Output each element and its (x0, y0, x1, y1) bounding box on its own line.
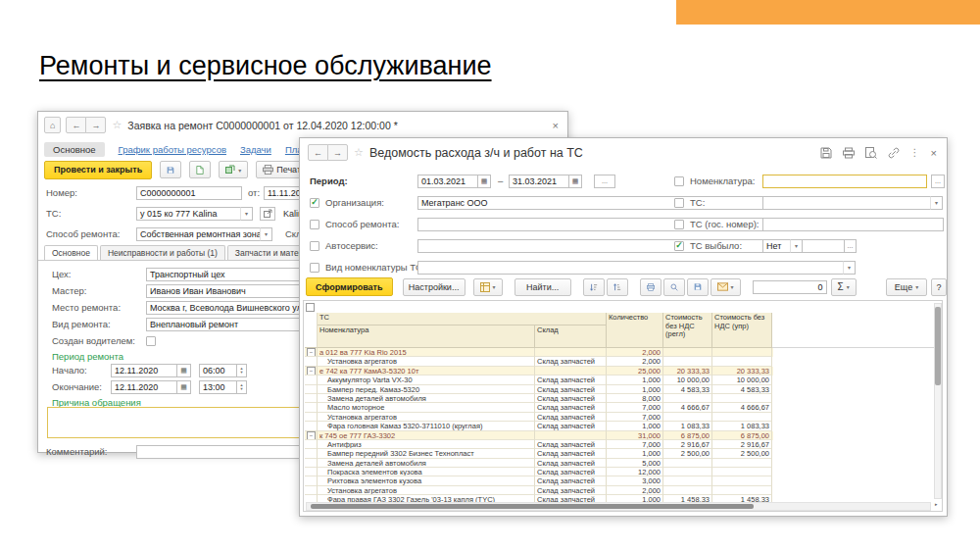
forward-icon[interactable]: → (327, 144, 348, 161)
table-row[interactable]: АнтифризСклад запчастей7,0002 916,672 91… (305, 440, 773, 449)
preview-button[interactable] (663, 278, 685, 296)
collapse-group-icon[interactable]: − (307, 367, 316, 376)
autosum-button[interactable]: Σ ▾ (831, 278, 857, 296)
vehicle-checkbox[interactable] (674, 198, 684, 208)
table-row[interactable]: Установка агрегатовСклад запчастей7,000 (305, 413, 773, 422)
send-email-button[interactable]: ▾ (710, 278, 741, 296)
nav-tab-1[interactable]: Основное (44, 142, 105, 157)
number-field[interactable]: C0000000001 (136, 186, 242, 200)
end-time-field[interactable]: 13:00 (199, 380, 238, 394)
collapse-group-icon[interactable]: − (307, 348, 316, 357)
table-row[interactable]: Масло моторноеСклад запчастей7,0004 666,… (305, 403, 773, 412)
table-row[interactable]: Покраска элементов кузоваСклад запчастей… (305, 468, 773, 476)
scroll-right-icon[interactable]: ▸ (935, 501, 938, 507)
autoservice-checkbox[interactable] (310, 241, 319, 251)
nomenclature-kind-checkbox[interactable] (310, 263, 319, 273)
vertical-scrollbar[interactable] (934, 303, 942, 499)
cost-upr-header-cell[interactable]: Стоимость без НДС (упр) (712, 313, 772, 348)
created-by-driver-checkbox[interactable] (146, 336, 156, 346)
time-spinner[interactable]: ▲▼ (236, 380, 247, 394)
nomenclature-checkbox[interactable] (674, 176, 684, 186)
table-row[interactable]: Установка агрегатовСклад запчастей2,000 (305, 357, 773, 366)
warehouse-header-cell[interactable]: Склад (535, 326, 607, 348)
table-row[interactable]: Замена деталей автомобиляСклад запчастей… (305, 459, 773, 468)
printer-icon[interactable] (843, 147, 855, 159)
table-row[interactable]: Бампер передний 3302 Бизнес ТехнопластСк… (305, 449, 773, 458)
table-row[interactable]: Бампер перед. Камаз-5320Склад запчастей1… (305, 385, 773, 394)
back-icon[interactable]: ← (66, 117, 86, 133)
repair-method-dropdown-icon[interactable]: ▾ (260, 227, 272, 241)
collapse-group-icon[interactable]: − (307, 431, 316, 440)
period-to-field[interactable]: 31.03.2021 (509, 175, 569, 188)
start-time-field[interactable]: 06:00 (199, 364, 238, 377)
close-icon[interactable]: × (931, 147, 937, 159)
repair-method-field[interactable]: Собственная ремонтная зона (136, 227, 262, 241)
post-and-close-button[interactable]: Провести и закрыть (44, 161, 152, 179)
vehicle-field[interactable]: у 015 ко 777 Kalina (136, 207, 242, 221)
period-variant-button[interactable]: ... (594, 175, 615, 188)
save-icon[interactable] (820, 147, 832, 159)
table-row[interactable]: Аккумулятор Varta VX-30Склад запчастей1,… (305, 376, 773, 384)
generate-button[interactable]: Сформировать (306, 277, 393, 296)
vehicle-plate-checkbox[interactable] (674, 220, 684, 229)
more-menu-icon[interactable]: ⋮ (910, 147, 920, 158)
nomenclature-ellipsis-button[interactable]: ... (931, 175, 945, 188)
calendar-icon[interactable]: ▦ (568, 175, 582, 188)
table-row[interactable]: Фара головная Камаз 5320-3711010 (кругла… (305, 422, 773, 430)
create-based-on-button[interactable]: ▾ (219, 161, 248, 178)
counter-field[interactable]: 0 (753, 280, 827, 294)
save-result-button[interactable] (687, 278, 709, 296)
sub-tab-1[interactable]: Основное (44, 245, 98, 261)
find-button[interactable]: Найти... (514, 278, 571, 296)
table-row[interactable]: Замена деталей автомобиляСклад запчастей… (305, 394, 773, 403)
sub-tab-2[interactable]: Неисправности и работы (1) (100, 245, 225, 261)
save-button[interactable] (160, 161, 181, 178)
organization-checkbox[interactable]: ✓ (310, 198, 319, 208)
get-link-icon[interactable] (888, 147, 900, 159)
nav-tab-2[interactable]: График работы ресурсов (119, 144, 226, 155)
nomenclature-kind-field[interactable] (417, 261, 845, 275)
end-date-field[interactable]: 12.11.2020 (111, 380, 177, 394)
vehicle-plate-field[interactable] (762, 218, 944, 231)
calendar-icon[interactable]: ▦ (176, 380, 191, 394)
table-group-row[interactable]: −к 745 ое 777 ГАЗ-330231,0006 875,006 87… (305, 431, 773, 440)
settings-button[interactable]: Настройки... (403, 278, 466, 296)
nomenclature-kind-dropdown-icon[interactable]: ▾ (843, 261, 856, 275)
nav-tab-3[interactable]: Задачи (240, 144, 271, 155)
home-icon[interactable]: ⌂ (44, 117, 61, 133)
table-row[interactable]: Рихтовка элементов кузоваСклад запчастей… (305, 476, 773, 485)
tc-header-cell[interactable]: ТС (318, 313, 607, 326)
horizontal-scrollbar-thumb[interactable] (311, 504, 754, 509)
table-row[interactable]: Установка агрегатовСклад запчастей2,000 (305, 486, 773, 495)
new-document-button[interactable] (189, 161, 211, 178)
start-date-field[interactable]: 12.11.2020 (111, 364, 177, 377)
vehicle-retired-checkbox[interactable]: ✓ (674, 241, 684, 251)
collapse-groups-button[interactable] (583, 278, 605, 296)
calendar-icon[interactable]: ▦ (176, 364, 191, 377)
close-icon[interactable]: × (544, 120, 567, 131)
horizontal-scrollbar[interactable] (306, 502, 931, 511)
favorite-star-icon[interactable]: ☆ (354, 146, 364, 159)
expand-groups-button[interactable] (607, 278, 628, 296)
repair-method-checkbox[interactable] (310, 220, 319, 229)
cost-regl-header-cell[interactable]: Стоимость без НДС (регл) (663, 313, 712, 348)
vertical-scrollbar-thumb[interactable] (935, 307, 941, 385)
report-variants-button[interactable]: ▾ (473, 278, 503, 296)
favorite-star-icon[interactable]: ☆ (112, 119, 122, 131)
print-preview-icon[interactable] (865, 147, 877, 159)
nomenclature-header-cell[interactable]: Номенклатура (318, 326, 535, 348)
autoservice-ellipsis-button[interactable]: ... (844, 239, 857, 253)
qty-header-cell[interactable]: Количество (607, 313, 663, 348)
back-icon[interactable]: ← (308, 144, 328, 161)
vehicle-dropdown-icon[interactable]: ▾ (240, 207, 253, 221)
table-group-row[interactable]: −а 012 ва 777 Kia Rio 20152,000 (305, 348, 773, 357)
nomenclature-field[interactable] (762, 175, 927, 188)
forward-icon[interactable]: → (85, 117, 106, 133)
open-link-icon[interactable] (260, 207, 275, 221)
more-button[interactable]: Еще ▾ (886, 278, 927, 296)
vehicle-retired-field[interactable]: Нет (762, 239, 792, 253)
print-button[interactable] (640, 278, 662, 296)
period-from-field[interactable]: 01.03.2021 (417, 175, 478, 188)
vehicle-retired-dropdown-icon[interactable]: ▾ (790, 239, 803, 253)
help-button[interactable]: ? (931, 278, 947, 296)
